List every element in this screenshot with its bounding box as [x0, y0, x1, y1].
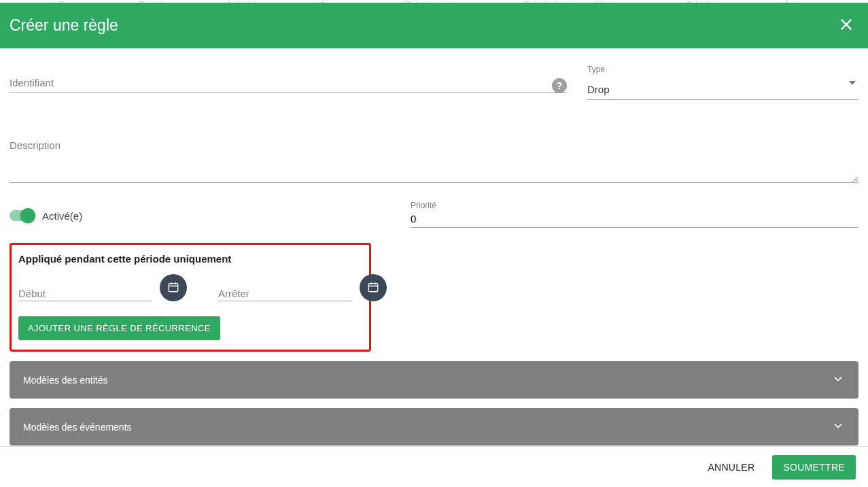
stop-date-picker-button[interactable] — [360, 274, 387, 301]
modal-title: Créer une règle — [10, 16, 118, 35]
entities-models-label: Modèles des entités — [23, 375, 108, 386]
submit-button[interactable]: SOUMETTRE — [772, 455, 856, 480]
enabled-label: Activé(e) — [42, 210, 82, 222]
start-date-field: Début — [18, 274, 187, 301]
chevron-down-icon — [831, 419, 845, 435]
chevron-down-icon — [831, 372, 845, 388]
period-title: Appliqué pendant cette période uniquemen… — [18, 253, 362, 265]
calendar-icon — [167, 281, 179, 295]
modal-footer: ANNULER SOUMETTRE — [0, 446, 868, 487]
stop-input[interactable] — [218, 274, 351, 301]
priority-label: Priorité — [411, 201, 436, 210]
enabled-toggle[interactable] — [10, 210, 34, 221]
close-button[interactable] — [837, 16, 856, 35]
type-label: Type — [587, 65, 605, 74]
enabled-toggle-wrap: Activé(e) — [10, 210, 390, 222]
modal-body: Identifiant ? Type Drop Description Acti… — [0, 48, 868, 446]
svg-rect-1 — [368, 283, 378, 291]
description-textarea[interactable] — [10, 120, 858, 183]
close-icon — [839, 17, 854, 34]
start-input[interactable] — [18, 274, 152, 301]
add-recurrence-button[interactable]: AJOUTER UNE RÈGLE DE RÉCURRENCE — [18, 316, 220, 340]
period-highlight-box: Appliqué pendant cette période uniquemen… — [10, 243, 371, 352]
priority-field: Priorité — [411, 203, 858, 228]
type-value: Drop — [587, 84, 610, 95]
calendar-icon — [367, 281, 379, 295]
cancel-button[interactable]: ANNULER — [699, 455, 763, 480]
svg-rect-0 — [169, 283, 178, 291]
stop-date-field: Arrêter — [218, 274, 387, 301]
enabled-col: Activé(e) — [10, 210, 390, 222]
start-date-picker-button[interactable] — [160, 274, 187, 301]
identifier-field: Identifiant ? — [10, 58, 567, 100]
row-id-type: Identifiant ? Type Drop — [10, 58, 858, 100]
type-field: Type Drop — [587, 58, 858, 100]
modal-header: Créer une règle — [0, 3, 868, 48]
priority-input[interactable] — [411, 203, 858, 228]
events-models-expander[interactable]: Modèles des événements — [10, 408, 858, 446]
description-field: Description — [10, 120, 858, 186]
events-models-label: Modèles des événements — [23, 422, 132, 433]
row-enabled-priority: Activé(e) Priorité — [10, 203, 858, 228]
help-icon[interactable]: ? — [552, 78, 567, 93]
identifier-input[interactable] — [10, 58, 567, 93]
date-row: Début Arrêter — [18, 274, 362, 301]
type-select[interactable]: Drop — [587, 67, 858, 100]
entities-models-expander[interactable]: Modèles des entités — [10, 361, 858, 399]
